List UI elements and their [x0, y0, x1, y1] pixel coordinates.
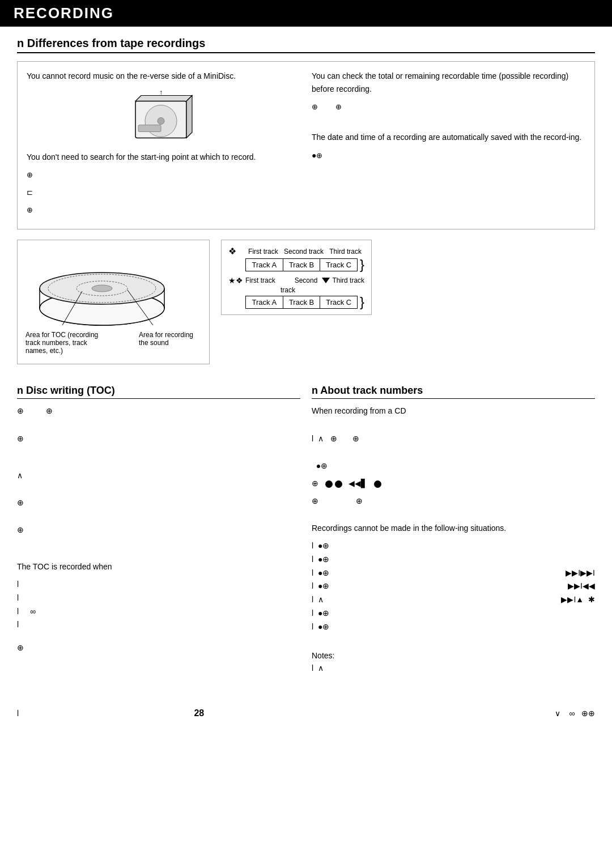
svg-marker-2	[186, 96, 192, 138]
track-c-2: Track C	[320, 296, 357, 308]
rec-item-7: l ●⊕	[312, 620, 595, 634]
track-headers: First track Second track Third track	[245, 248, 364, 256]
rec-item-1: l ●⊕	[312, 539, 595, 553]
left-sym2: ⊏	[27, 186, 300, 199]
minidisc-illustration: ↑	[27, 88, 300, 145]
left-text1: You cannot record music on the re-verse …	[27, 70, 300, 83]
track-c-1: Track C	[320, 259, 357, 271]
toc-sym3: ⊕	[17, 496, 300, 509]
page-footer: l 28 ∨ ∞ ⊕⊕	[0, 703, 612, 724]
right-text1: You can check the total or remaining rec…	[312, 70, 585, 96]
third-track-label: Third track	[329, 248, 362, 256]
toc-item-2: l	[17, 592, 300, 605]
info-right: You can check the total or remaining rec…	[312, 70, 585, 221]
info-left: You cannot record music on the re-verse …	[27, 70, 300, 221]
track-cells-2: Track A Track B Track C	[245, 296, 358, 309]
svg-marker-0	[135, 96, 192, 101]
disc-captions: Area for TOC (recording track numbers, t…	[26, 331, 201, 355]
lower-sections: n Disc writing (TOC) ⊕ ⊕ ⊕ ∧ ⊕ ⊕ The TOC…	[17, 385, 595, 674]
svg-rect-5	[138, 125, 161, 132]
disc-inner: Area for TOC (recording track numbers, t…	[26, 246, 201, 355]
toc-item-1: l	[17, 578, 300, 592]
toc-list: l l l ∞ l	[17, 578, 300, 632]
brace-2: }	[360, 295, 364, 309]
page-number: 28	[194, 708, 204, 718]
toc-sym5: ⊕	[17, 641, 300, 654]
left-sym3: ⊕	[27, 203, 300, 216]
page-title: RECORDING	[14, 5, 598, 22]
section1-heading: n Differences from tape recordings	[17, 37, 595, 53]
page-content: n Differences from tape recordings You c…	[0, 37, 612, 686]
track-b-1: Track B	[283, 259, 321, 271]
first-track-label-2: First track	[245, 276, 275, 284]
recordings-cannot-label: Recordings cannot be made in the follow-…	[312, 522, 595, 535]
brace-1: }	[360, 258, 364, 271]
track-numbers-heading: n About track numbers	[312, 385, 595, 399]
track-a-2: Track A	[246, 296, 283, 308]
svg-text:↑: ↑	[159, 88, 163, 96]
disc-illustration-box: Area for TOC (recording track numbers, t…	[17, 240, 210, 364]
right-sym-row2: ●⊕	[312, 459, 595, 473]
crosshair-icon: ❖	[228, 246, 245, 257]
right-sym-row3: ⊕ ◀◀▋	[312, 477, 595, 490]
toc-sym2: ⊕	[17, 432, 300, 445]
footer-right: ∨ ∞ ⊕⊕	[555, 709, 595, 718]
third-track-label-2: Third track	[332, 276, 364, 284]
left-sym1: ⊕	[27, 168, 300, 181]
disc-caption-right: Area for recording the sound	[139, 331, 201, 355]
recordings-list: l ●⊕ l ●⊕ l ●⊕▶▶I▶▶I l ●⊕▶▶I◀◀ l ∧▶▶I▲ ✱…	[312, 539, 595, 634]
second-track-label-2: Second	[295, 276, 318, 284]
notes-section: Notes: l ∧	[312, 649, 595, 675]
toc-caret: ∧	[17, 469, 300, 482]
when-cd-label: When recording from a CD	[312, 405, 595, 418]
rec-item-5: l ∧▶▶I▲ ✱	[312, 593, 595, 607]
lower-right: n About track numbers When recording fro…	[312, 385, 595, 674]
toc-sym4: ⊕	[17, 524, 300, 537]
track-diagram-box: ❖ First track Second track Third track T…	[221, 240, 372, 375]
footer-pipe: l	[17, 709, 19, 718]
notes-label: Notes:	[312, 649, 595, 662]
rec-item-6: l ●⊕	[312, 607, 595, 620]
track-cells-row2: Track A Track B Track C }	[228, 295, 364, 309]
arrow-down-icon	[322, 278, 330, 283]
toc-recorded-label: The TOC is recorded when	[17, 560, 300, 573]
lower-left: n Disc writing (TOC) ⊕ ⊕ ⊕ ∧ ⊕ ⊕ The TOC…	[17, 385, 300, 674]
track-diagram: ❖ First track Second track Third track T…	[221, 240, 372, 315]
minidisc-svg: ↑	[124, 88, 203, 145]
track-cells-row1: Track A Track B Track C }	[228, 258, 364, 271]
rec-item-2: l ●⊕	[312, 553, 595, 567]
rec-item-3: l ●⊕▶▶I▶▶I	[312, 567, 595, 580]
footer-sym-right: ⊕⊕	[581, 709, 595, 718]
notes-item-1: l ∧	[312, 662, 595, 674]
track-middle-row: ★❖ First track Second Third track	[228, 276, 364, 285]
track-second-labels: First track Second Third track	[245, 276, 364, 284]
star-icon: ★❖	[228, 276, 245, 285]
toc-sym1: ⊕ ⊕	[17, 405, 300, 418]
right-sym2: ●⊕	[312, 149, 585, 162]
track-word: track	[280, 286, 295, 294]
disc-writing-heading: n Disc writing (TOC)	[17, 385, 300, 399]
left-text2: You don't need to search for the start-i…	[27, 151, 300, 164]
track-cells-1: Track A Track B Track C	[245, 258, 358, 271]
middle-row: Area for TOC (recording track numbers, t…	[17, 240, 595, 375]
first-track-label: First track	[248, 248, 278, 256]
disc-caption-left: Area for TOC (recording track numbers, t…	[26, 331, 105, 355]
right-sym-row1: l ∧ ⊕ ⊕	[312, 432, 595, 445]
page-header: RECORDING	[0, 0, 612, 27]
track-b-2: Track B	[283, 296, 321, 308]
toc-item-4: l	[17, 618, 300, 632]
rec-item-4: l ●⊕▶▶I◀◀	[312, 580, 595, 593]
footer-infinity: ∞	[569, 709, 575, 718]
track-a-1: Track A	[246, 259, 283, 271]
disc-big-svg	[28, 246, 198, 337]
footer-chevron: ∨	[555, 709, 560, 718]
right-sym1: ⊕ ⊕	[312, 100, 585, 113]
info-box: You cannot record music on the re-verse …	[17, 61, 595, 229]
right-sym-row4: ⊕ ⊕	[312, 495, 595, 508]
track-top-row: ❖ First track Second track Third track	[228, 246, 364, 257]
track-track-label-row: track	[228, 286, 364, 294]
info-row: You cannot record music on the re-verse …	[27, 70, 585, 221]
svg-point-4	[158, 118, 164, 125]
second-track-label: Second track	[284, 248, 324, 256]
toc-item-3: l ∞	[17, 605, 300, 619]
